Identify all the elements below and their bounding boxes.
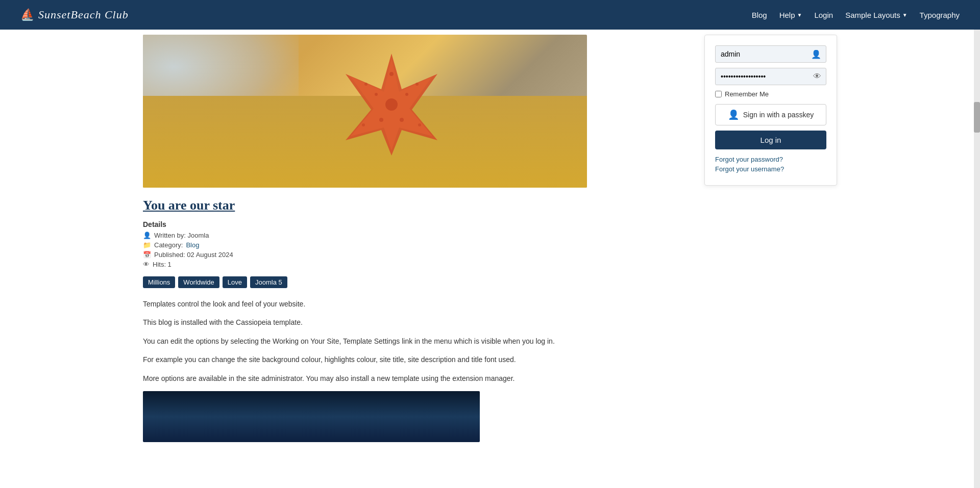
tags-row: Millions Worldwide Love Joomla 5 (143, 276, 684, 288)
hits-text: Hits: 1 (153, 261, 172, 268)
article-title[interactable]: You are our star (143, 198, 684, 213)
password-group: 👁 (715, 68, 826, 85)
author-icon: 👤 (143, 232, 151, 239)
svg-point-10 (418, 123, 421, 126)
nav-typography[interactable]: Typography (920, 11, 960, 19)
author-row: 👤 Written by: Joomla (143, 232, 684, 239)
passkey-button[interactable]: 👤 Sign in with a passkey (715, 104, 826, 125)
brand-logo[interactable]: ⛵ SunsetBeach Club (20, 8, 129, 21)
sidebar: 👤 👁 Remember Me 👤 Sign in with a passkey… (704, 30, 837, 186)
bottom-image (143, 391, 480, 442)
svg-point-7 (385, 98, 398, 111)
forgot-username-link[interactable]: Forgot your username? (715, 165, 826, 173)
username-input[interactable] (715, 45, 826, 63)
passkey-label: Sign in with a passkey (743, 111, 814, 119)
article-para-4: For example you can change the site back… (143, 354, 684, 365)
remember-me-row: Remember Me (715, 90, 826, 98)
article-para-2: This blog is installed with the Cassiope… (143, 317, 684, 328)
details-label: Details (143, 220, 684, 228)
nav-links: Blog Help ▼ Login Sample Layouts ▼ Typog… (752, 11, 960, 19)
article-para-1: Templates control the look and feel of y… (143, 298, 684, 310)
svg-point-11 (362, 123, 365, 126)
article-para-5: More options are available in the site a… (143, 373, 684, 384)
brand-name: SunsetBeach Club (38, 8, 129, 21)
published-row: 📅 Published: 02 August 2024 (143, 251, 684, 259)
password-input[interactable] (715, 68, 826, 85)
forgot-password-link[interactable]: Forgot your password? (715, 156, 826, 163)
forgot-links: Forgot your password? Forgot your userna… (715, 156, 826, 173)
main-content: You are our star Details 👤 Written by: J… (143, 30, 684, 442)
boat-icon: ⛵ (20, 8, 34, 21)
eye-icon[interactable]: 👁 (813, 72, 821, 81)
nav-blog[interactable]: Blog (752, 11, 767, 19)
remember-me-checkbox[interactable] (715, 91, 722, 97)
nav-sample-layouts[interactable]: Sample Layouts ▼ (845, 11, 907, 19)
calendar-icon: 📅 (143, 251, 151, 259)
nav-login[interactable]: Login (814, 11, 833, 19)
category-link[interactable]: Blog (186, 241, 199, 249)
hits-row: 👁 Hits: 1 (143, 261, 684, 268)
article-para-3: You can edit the options by selecting th… (143, 336, 684, 347)
starfish-image (325, 38, 458, 171)
category-row: 📁 Category: Blog (143, 241, 684, 249)
passkey-icon: 👤 (728, 109, 739, 120)
navbar: ⛵ SunsetBeach Club Blog Help ▼ Login Sam… (0, 0, 980, 30)
hero-image (143, 35, 587, 188)
hits-icon: 👁 (143, 261, 150, 268)
scrollbar-thumb[interactable] (974, 102, 980, 133)
svg-point-8 (415, 83, 419, 86)
page-layout: You are our star Details 👤 Written by: J… (133, 30, 847, 442)
svg-point-9 (364, 83, 368, 86)
svg-point-6 (379, 118, 383, 122)
login-box: 👤 👁 Remember Me 👤 Sign in with a passkey… (704, 35, 837, 186)
help-dropdown-icon: ▼ (797, 12, 802, 18)
remember-me-label: Remember Me (725, 90, 769, 98)
published-text: Published: 02 August 2024 (154, 251, 233, 259)
login-button[interactable]: Log in (715, 131, 826, 149)
author-text: Written by: Joomla (154, 232, 209, 239)
svg-point-5 (400, 118, 404, 122)
svg-point-2 (389, 72, 394, 76)
sample-layouts-dropdown-icon: ▼ (902, 12, 908, 18)
category-label: Category: (154, 241, 183, 249)
svg-point-4 (375, 93, 378, 96)
scrollbar-track (974, 0, 980, 442)
article-body: Templates control the look and feel of y… (143, 298, 684, 384)
tag-worldwide[interactable]: Worldwide (178, 276, 219, 288)
tag-millions[interactable]: Millions (143, 276, 175, 288)
tag-love[interactable]: Love (223, 276, 247, 288)
category-icon: 📁 (143, 241, 151, 249)
person-icon: 👤 (811, 49, 821, 59)
nav-help[interactable]: Help ▼ (779, 11, 802, 19)
svg-point-3 (405, 93, 408, 96)
details-section: Details 👤 Written by: Joomla 📁 Category:… (143, 220, 684, 268)
tag-joomla5[interactable]: Joomla 5 (250, 276, 287, 288)
username-group: 👤 (715, 45, 826, 63)
